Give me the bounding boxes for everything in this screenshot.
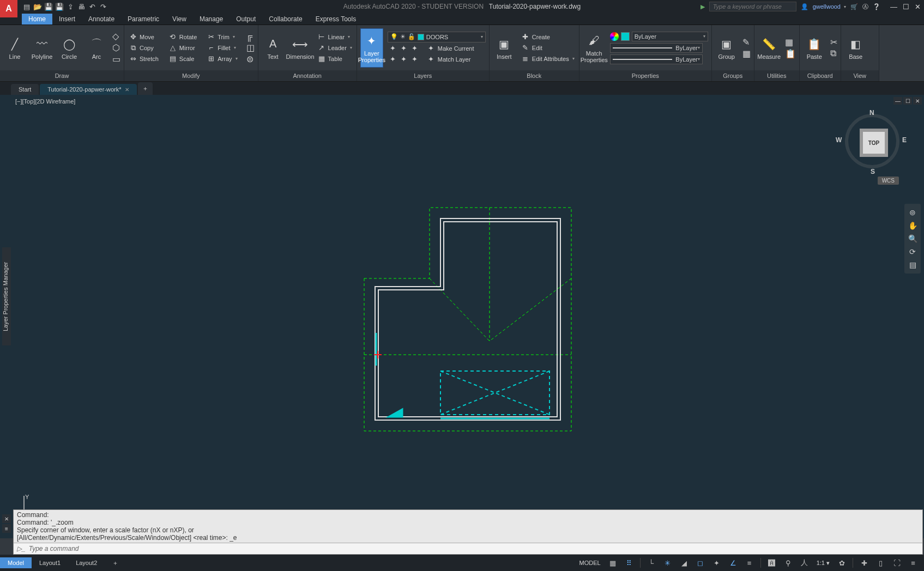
showmotion-icon[interactable]: ▤ (909, 260, 916, 269)
menutab-output[interactable]: Output (230, 14, 262, 25)
panel-view-title[interactable]: View (841, 70, 879, 81)
layer-iso-btn[interactable]: ✦✦✦ (388, 54, 420, 64)
filetab-new[interactable]: ＋ (138, 82, 153, 95)
viewport-max-icon[interactable]: ☐ (903, 97, 912, 105)
stretch-button[interactable]: ⇔Stretch (128, 54, 160, 64)
draw-extra-icon[interactable]: ◇ (112, 31, 120, 41)
trim-button[interactable]: ✂Trim▾ (206, 32, 238, 42)
make-current-button[interactable]: ✦Make Current (426, 44, 475, 53)
table-button[interactable]: ▦Table (316, 54, 353, 64)
annoauto-icon[interactable]: 人 (798, 556, 811, 569)
viewport-min-icon[interactable]: — (893, 97, 902, 105)
menutab-manage[interactable]: Manage (193, 14, 230, 25)
menutab-collaborate[interactable]: Collaborate (262, 14, 309, 25)
viewcube[interactable]: TOP N S E W (842, 111, 902, 171)
app-store-icon[interactable]: Ⓐ (862, 3, 868, 11)
drawing-canvas[interactable]: [−][Top][2D Wireframe] — ☐ ✕ Layer Prope… (0, 95, 924, 538)
qat-redo-icon[interactable]: ↷ (98, 2, 108, 11)
user-menu[interactable]: gwellwood ▾ (813, 3, 846, 10)
draw-extra-icon[interactable]: ⬡ (112, 42, 120, 53)
circle-button[interactable]: ◯Circle (58, 28, 81, 68)
text-button[interactable]: AText (262, 28, 285, 68)
viewport-label[interactable]: [−][Top][2D Wireframe] (13, 97, 77, 106)
steering-wheel-icon[interactable]: ⊚ (909, 208, 916, 217)
wcs-badge[interactable]: WCS (878, 177, 899, 185)
qat-new-icon[interactable]: ▤ (22, 2, 32, 11)
copy-button[interactable]: ⧉Copy (128, 43, 160, 53)
qat-plot-icon[interactable]: 🖶 (76, 2, 86, 11)
layer-state-btn[interactable]: ✦✦✦ (388, 44, 420, 53)
panel-draw-title[interactable]: Draw (0, 70, 124, 81)
menutab-express-tools[interactable]: Express Tools (309, 14, 363, 25)
lineweight-icon[interactable]: ≡ (743, 556, 756, 569)
units-icon[interactable]: ▯ (874, 556, 887, 569)
menutab-view[interactable]: View (166, 14, 193, 25)
annomonitor-icon[interactable]: ✚ (857, 556, 871, 569)
modify-extra-icon[interactable]: ◫ (246, 42, 255, 53)
fillet-button[interactable]: ⌐Fillet▾ (206, 43, 238, 53)
viewcube-e[interactable]: E (902, 136, 907, 144)
mirror-button[interactable]: △Mirror (167, 43, 198, 53)
panel-annotation-title[interactable]: Annotation (258, 70, 357, 81)
maximize-icon[interactable]: ☐ (903, 3, 909, 11)
lineweight-combo[interactable]: ByLayer▾ (610, 43, 703, 53)
color-wheel-icon[interactable] (610, 32, 619, 41)
pan-icon[interactable]: ✋ (908, 221, 917, 230)
3dosnap-icon[interactable]: ✦ (710, 556, 723, 569)
color-swatch[interactable] (621, 32, 630, 41)
color-combo[interactable]: ByLayer▾ (632, 32, 708, 41)
rotate-button[interactable]: ⟲Rotate (167, 32, 198, 42)
command-input[interactable]: ▷_ Type a command (14, 543, 922, 554)
osnap-icon[interactable]: ◻ (694, 556, 707, 569)
filetab-current[interactable]: Tutorial-2020-papwer-work*✕ (40, 84, 136, 95)
panel-groups-title[interactable]: Groups (712, 70, 754, 81)
annovis-icon[interactable]: ⚲ (782, 556, 795, 569)
qat-web-icon[interactable]: ⇪ (65, 2, 75, 11)
draw-extra-icon[interactable]: ▭ (112, 54, 120, 64)
copy-icon[interactable]: ⧉ (830, 48, 837, 58)
panel-utilities-title[interactable]: Utilities (754, 70, 799, 81)
add-layout[interactable]: ＋ (105, 557, 126, 569)
modeltab-model[interactable]: Model (0, 557, 32, 568)
snap-icon[interactable]: ⠿ (623, 556, 636, 569)
search-input[interactable] (709, 2, 796, 11)
filetab-close-icon[interactable]: ✕ (125, 87, 129, 93)
paste-button[interactable]: 📋Paste (803, 28, 826, 68)
panel-properties-title[interactable]: Properties (579, 70, 711, 81)
menutab-insert[interactable]: Insert (52, 14, 82, 25)
login-icon[interactable]: 👤 (801, 3, 808, 10)
orbit-icon[interactable]: ⟳ (909, 247, 916, 256)
annoscale-icon[interactable]: 🅰 (765, 556, 778, 569)
status-model[interactable]: MODEL (577, 560, 603, 566)
panel-modify-title[interactable]: Modify (124, 70, 258, 81)
otrack-icon[interactable]: ∠ (727, 556, 740, 569)
match-layer-button[interactable]: ✦Match Layer (426, 54, 475, 64)
panel-layers-title[interactable]: Layers (357, 70, 489, 81)
layer-combo[interactable]: 💡 ☀ 🔓 DOORS ▾ (388, 32, 486, 42)
menutab-parametric[interactable]: Parametric (121, 14, 166, 25)
viewcube-s[interactable]: S (871, 168, 875, 175)
viewcube-n[interactable]: N (869, 109, 874, 117)
cmd-handle-icon[interactable]: ≡ (2, 524, 11, 533)
filetab-start[interactable]: Start (11, 84, 39, 95)
help-icon[interactable]: ❔ (873, 3, 880, 10)
qat-save-icon[interactable]: 💾 (44, 2, 53, 11)
ungroup-icon[interactable]: ▦ (742, 48, 751, 59)
qat-open-icon[interactable]: 📂 (33, 2, 43, 11)
cmd-close-icon[interactable]: ✕ (2, 514, 11, 523)
group-button[interactable]: ▣Group (715, 28, 738, 68)
line-button[interactable]: ╱Line (3, 28, 26, 68)
viewcube-top[interactable]: TOP (863, 132, 885, 154)
grid-icon[interactable]: ▦ (606, 556, 619, 569)
point-icon[interactable]: 📋 (785, 48, 796, 59)
edit-attributes-button[interactable]: ≣Edit Attributes▾ (520, 54, 576, 64)
layer-properties-button[interactable]: ✦Layer Properties (360, 28, 383, 68)
layer-manager-tab[interactable]: Layer Properties Manager (2, 247, 11, 345)
modeltab-layout2[interactable]: Layout2 (68, 557, 105, 568)
menutab-home[interactable]: Home (22, 14, 52, 25)
insert-button[interactable]: ▣Insert (493, 28, 516, 68)
ortho-icon[interactable]: └ (645, 556, 658, 569)
dimension-button[interactable]: ⟷Dimension (289, 28, 312, 68)
base-button[interactable]: ◧Base (844, 28, 867, 68)
search-play-icon[interactable]: ▶ (700, 3, 705, 10)
